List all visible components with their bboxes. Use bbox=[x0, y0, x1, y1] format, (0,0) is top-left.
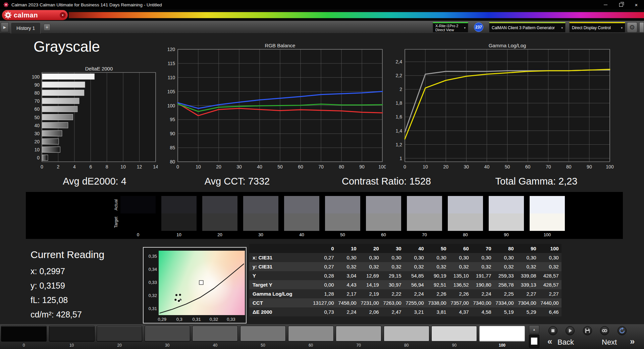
current-reading-title: Current Reading bbox=[31, 249, 104, 260]
patch-button[interactable] bbox=[1, 326, 47, 342]
nav-expand-button[interactable]: ▶ bbox=[1, 22, 9, 32]
patch-button[interactable] bbox=[192, 326, 238, 342]
table-cell: 3,21 bbox=[404, 307, 427, 316]
pattern-generator-selector[interactable]: CalMAN Client 3 Pattern Generator ▾ bbox=[489, 22, 566, 33]
calman-logo-button[interactable]: calman ▾ bbox=[2, 10, 68, 20]
minimize-button[interactable] bbox=[598, 0, 613, 9]
svg-text:4: 4 bbox=[73, 164, 76, 169]
svg-text:1,4: 1,4 bbox=[396, 128, 402, 134]
table-cell: 0,30 bbox=[337, 253, 359, 262]
total-gamma-stat: Total Gamma: 2,23 bbox=[486, 176, 587, 187]
play-button[interactable] bbox=[566, 326, 575, 335]
table-col-header: 10 bbox=[337, 244, 359, 253]
table-cell: 5,19 bbox=[494, 307, 517, 316]
close-button[interactable]: × bbox=[629, 0, 644, 9]
grayscale-swatch bbox=[284, 196, 319, 231]
table-cell: 12,69 bbox=[359, 271, 382, 280]
patch-button[interactable] bbox=[240, 326, 286, 342]
stop-button[interactable] bbox=[548, 326, 557, 335]
patch-label: 80 bbox=[384, 343, 429, 348]
settings-gear-button[interactable]: ⚙ bbox=[627, 22, 637, 33]
measurement-table: 0102030405060708090100x: CIE310,270,300,… bbox=[249, 244, 561, 316]
chevron-up-icon: ▲ bbox=[533, 328, 536, 331]
meter-selector[interactable]: X-Rite i1Pro 2 Direct View ▾ bbox=[433, 22, 468, 33]
add-tab-button[interactable]: + bbox=[44, 24, 50, 31]
table-cell: 191,77 bbox=[472, 271, 494, 280]
patch-button[interactable] bbox=[97, 326, 142, 342]
patch-label: 70 bbox=[336, 343, 381, 348]
swatch-level-label: 40 bbox=[284, 232, 319, 237]
refresh-button[interactable] bbox=[618, 326, 627, 335]
patch-button[interactable] bbox=[49, 326, 95, 342]
table-cell: 0,32 bbox=[359, 262, 382, 271]
grayscale-swatch bbox=[202, 196, 237, 231]
save-button[interactable] bbox=[583, 326, 592, 335]
row-label: ΔE 2000 bbox=[249, 307, 313, 316]
patch-button[interactable] bbox=[288, 326, 334, 342]
table-cell: 30,97 bbox=[382, 280, 404, 289]
patch-button[interactable] bbox=[336, 326, 381, 342]
avg-de2000-stat: Avg dE2000: 4 bbox=[44, 176, 145, 187]
display-control-selector[interactable]: Direct Display Control ▾ bbox=[569, 22, 625, 33]
svg-text:0: 0 bbox=[404, 164, 406, 169]
next-button[interactable]: Next bbox=[602, 338, 617, 347]
table-cell: 54,85 bbox=[404, 271, 427, 280]
svg-text:2,2: 2,2 bbox=[396, 73, 402, 78]
table-corner bbox=[249, 244, 313, 253]
table-cell: 0,32 bbox=[539, 262, 561, 271]
table-row: Gamma Log/Log1,282,172,192,222,242,262,2… bbox=[249, 289, 561, 298]
grayscale-swatch bbox=[243, 196, 278, 231]
swatch-actual bbox=[448, 196, 483, 213]
row-label: CCT bbox=[249, 298, 313, 307]
patch-button[interactable] bbox=[384, 326, 429, 342]
table-cell: 0,30 bbox=[539, 253, 561, 262]
grayscale-swatch bbox=[407, 196, 442, 231]
grayscale-swatch bbox=[325, 196, 360, 231]
patch-button[interactable] bbox=[145, 326, 190, 342]
save-icon bbox=[583, 327, 592, 335]
patch-button[interactable] bbox=[431, 326, 477, 342]
back-chevrons-icon[interactable]: « bbox=[547, 336, 552, 347]
back-button[interactable]: Back bbox=[557, 338, 574, 347]
svg-text:100: 100 bbox=[32, 74, 40, 80]
table-cell: 0,73 bbox=[313, 307, 337, 316]
patch-preview bbox=[529, 335, 539, 348]
contrast-ratio-stat: Contrast Ratio: 1528 bbox=[336, 176, 437, 187]
collapse-panel-button[interactable]: ▲ bbox=[529, 325, 539, 334]
gamma-chart: 010203040506070809010011,21,41,61,822,22… bbox=[391, 45, 614, 171]
table-row: Y0,283,0412,6929,1554,8590,19135,10191,7… bbox=[249, 271, 561, 280]
toolbar-edge-button[interactable] bbox=[639, 22, 644, 33]
patch-button[interactable] bbox=[479, 326, 525, 342]
deltae-bar-chart: 024681012141009080706050403020100 bbox=[32, 70, 158, 171]
svg-text:105: 105 bbox=[167, 89, 175, 94]
rgb-balance-chart: 0102030405060708090100808590951001051101… bbox=[164, 45, 386, 171]
table-cell: 339,08 bbox=[517, 271, 539, 280]
table-cell: 14,19 bbox=[359, 280, 382, 289]
restore-button[interactable] bbox=[613, 0, 629, 9]
table-cell: 0,30 bbox=[472, 253, 494, 262]
table-cell: 0,30 bbox=[449, 253, 472, 262]
tab-bar: ▶ History 1 + X-Rite i1Pro 2 Direct View… bbox=[0, 21, 644, 34]
grayscale-swatch bbox=[489, 196, 524, 231]
svg-text:8: 8 bbox=[106, 164, 108, 169]
swatch-target bbox=[366, 213, 401, 231]
close-icon: × bbox=[635, 2, 638, 8]
table-cell: 7304,00 bbox=[517, 298, 539, 307]
table-cell: 4,43 bbox=[337, 280, 359, 289]
link-button[interactable] bbox=[600, 326, 609, 335]
table-cell: 2,19 bbox=[359, 289, 382, 298]
table-cell: 0,32 bbox=[449, 262, 472, 271]
next-chevrons-icon[interactable]: » bbox=[630, 336, 635, 347]
tab-history-1[interactable]: History 1 bbox=[11, 22, 41, 34]
meter-count-badge[interactable]: 237 bbox=[474, 22, 483, 32]
swatch-level-label: 20 bbox=[202, 232, 237, 237]
table-col-header: 30 bbox=[382, 244, 404, 253]
logo-menu-caret[interactable]: ▾ bbox=[60, 12, 66, 18]
table-cell: 0,30 bbox=[359, 253, 382, 262]
table-cell: 6,46 bbox=[539, 307, 561, 316]
table-cell: 7458,00 bbox=[337, 298, 359, 307]
row-label: Y bbox=[249, 271, 313, 280]
table-cell: 2,24 bbox=[337, 307, 359, 316]
patch-label: 90 bbox=[431, 343, 477, 348]
svg-text:60: 60 bbox=[298, 164, 303, 169]
